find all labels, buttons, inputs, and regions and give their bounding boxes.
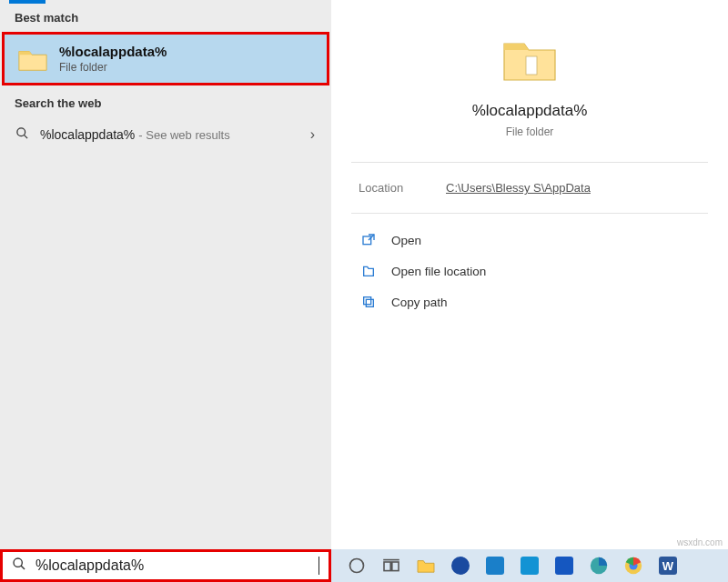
svg-rect-11 [392, 562, 399, 571]
action-copy-path[interactable]: Copy path [351, 286, 708, 317]
chevron-right-icon: › [310, 126, 318, 143]
action-open[interactable]: Open [351, 225, 708, 256]
web-query: %localappdata% [40, 127, 135, 142]
taskbar-search-box[interactable] [0, 549, 331, 582]
svg-point-7 [14, 558, 22, 567]
best-match-label: Best match [0, 4, 331, 32]
word-icon[interactable]: W [657, 555, 679, 577]
svg-rect-10 [384, 562, 390, 571]
preview-title: %localappdata% [472, 102, 588, 120]
location-row: Location C:\Users\Blessy S\AppData [331, 163, 728, 213]
open-icon [359, 232, 379, 248]
best-match-result[interactable]: %localappdata% File folder [2, 32, 329, 85]
taskbar: W [0, 549, 728, 582]
svg-rect-6 [364, 297, 371, 305]
taskbar-app-4[interactable] [553, 555, 575, 577]
file-explorer-icon[interactable] [415, 555, 437, 577]
action-open-location-label: Open file location [391, 265, 486, 278]
preview-pane: %localappdata% File folder Location C:\U… [331, 0, 728, 549]
chrome-icon[interactable] [622, 555, 644, 577]
svg-line-1 [24, 135, 27, 138]
search-icon [13, 126, 31, 143]
action-open-location[interactable]: Open file location [351, 256, 708, 286]
preview-subtitle: File folder [506, 125, 554, 138]
results-pane: Best match %localappdata% File folder Se… [0, 0, 331, 549]
location-link[interactable]: C:\Users\Blessy S\AppData [446, 181, 591, 195]
best-match-subtitle: File folder [59, 61, 167, 74]
best-match-text: %localappdata% File folder [59, 44, 167, 74]
folder-icon [17, 45, 48, 73]
svg-rect-2 [526, 56, 537, 75]
task-view-icon[interactable] [380, 555, 402, 577]
actions-list: Open Open file location Copy path [331, 214, 728, 328]
microsoft-store-icon[interactable] [519, 555, 541, 577]
svg-point-0 [16, 128, 25, 136]
best-match-title: %localappdata% [59, 44, 167, 59]
taskbar-app-2[interactable] [484, 555, 506, 577]
text-caret [318, 557, 319, 575]
search-input[interactable] [35, 557, 317, 574]
search-icon [12, 557, 26, 575]
action-copy-path-label: Copy path [391, 296, 448, 309]
folder-open-icon [359, 263, 379, 279]
search-web-label: Search the web [0, 89, 331, 117]
web-hint: - See web results [138, 128, 229, 142]
svg-point-9 [350, 559, 364, 573]
cortana-icon[interactable] [346, 555, 368, 577]
watermark: wsxdn.com [677, 537, 723, 547]
location-label: Location [359, 181, 446, 195]
taskbar-icons: W [331, 555, 728, 577]
web-result-row[interactable]: %localappdata% - See web results › [0, 117, 331, 152]
taskbar-app-1[interactable] [450, 555, 471, 577]
svg-rect-3 [363, 236, 371, 245]
svg-line-8 [21, 566, 25, 569]
copy-icon [359, 294, 379, 310]
folder-icon-large [500, 35, 559, 85]
action-open-label: Open [391, 234, 421, 247]
svg-rect-5 [366, 299, 373, 306]
edge-icon[interactable] [588, 555, 610, 577]
